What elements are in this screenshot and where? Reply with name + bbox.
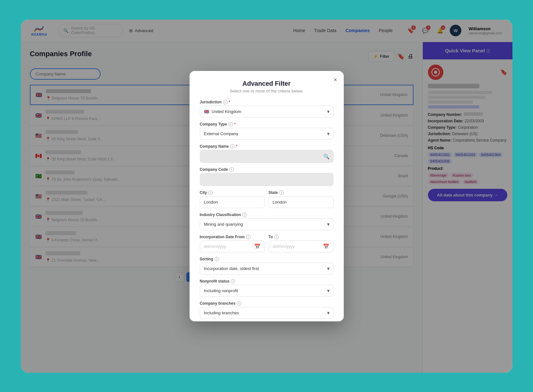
company-type-select-wrapper: External Company (200, 128, 333, 140)
calendar-icon: 📅 (254, 243, 261, 249)
city-info-icon[interactable]: i (208, 190, 213, 195)
industry-info-icon[interactable]: i (242, 213, 247, 217)
industry-select-wrapper: Mining and quarrying (200, 218, 333, 230)
state-group: State i (269, 190, 333, 208)
inc-from-group: Incorporation Date From i dd/mm/yyyy 📅 (200, 235, 265, 252)
branches-select-wrapper: Including branches (200, 307, 333, 319)
company-name-search-icon: 🔍 (323, 153, 330, 159)
city-label: City i (200, 190, 265, 195)
city-input[interactable] (200, 196, 265, 208)
nonprofit-label: Nonprofit status i (200, 279, 333, 283)
company-name-info-icon[interactable]: i (230, 144, 235, 149)
calendar-to-icon: 📅 (323, 243, 329, 249)
inc-from-info-icon[interactable]: i (246, 235, 251, 239)
branches-select[interactable]: Including branches (200, 307, 333, 319)
nonprofit-select-wrapper: Including nonprofit (200, 285, 333, 297)
jurisdiction-select[interactable]: 🇬🇧 United Kingdom (200, 106, 333, 118)
inc-date-row: Incorporation Date From i dd/mm/yyyy 📅 T… (200, 235, 333, 257)
company-type-group: Company Type i * External Company (200, 122, 333, 140)
sorting-select[interactable]: Incorporation date, oldest first (200, 263, 333, 274)
modal-subtitle: Select one or more of the criteria below… (200, 89, 333, 93)
jurisdiction-select-wrapper: 🇬🇧 United Kingdom (200, 106, 333, 118)
company-name-label: Company Name i * (200, 144, 333, 149)
state-info-icon[interactable]: i (279, 190, 284, 195)
inc-to-group: To i dd/mm/yyyy 📅 (269, 235, 333, 252)
branches-info-icon[interactable]: i (237, 301, 241, 306)
company-type-info-icon[interactable]: i (228, 122, 233, 126)
inc-to-input-wrapper[interactable]: dd/mm/yyyy 📅 (269, 240, 333, 252)
sorting-info-icon[interactable]: i (215, 257, 219, 261)
company-code-input[interactable] (200, 173, 333, 186)
state-input[interactable] (269, 196, 333, 208)
company-type-select[interactable]: External Company (200, 128, 333, 140)
inc-from-input-wrapper[interactable]: dd/mm/yyyy 📅 (200, 240, 265, 252)
branches-group: Company branches i Including branches (200, 301, 333, 319)
sorting-select-wrapper: Incorporation date, oldest first (200, 263, 333, 274)
company-type-label: Company Type i * (200, 122, 333, 126)
company-type-required: * (234, 122, 236, 126)
industry-select[interactable]: Mining and quarrying (200, 218, 333, 230)
company-name-input-wrapper: 🔍 (200, 150, 333, 163)
city-group: City i (200, 190, 265, 208)
industry-group: Industry Classification i Mining and qua… (200, 213, 333, 230)
sorting-group: Sorting i Incorporation date, oldest fir… (200, 257, 333, 274)
uk-flag-icon: 🇬🇧 (204, 109, 209, 114)
company-name-group: Company Name i * 🔍 (200, 144, 333, 163)
inc-from-label: Incorporation Date From i (200, 235, 265, 239)
modal-title: Advanced Filter (200, 80, 333, 87)
nonprofit-group: Nonprofit status i Including nonprofit (200, 279, 333, 297)
inc-to-info-icon[interactable]: i (274, 235, 279, 239)
jurisdiction-label: Jurisdiction i * (200, 100, 333, 104)
modal-overlay: × Advanced Filter Select one or more of … (21, 20, 512, 373)
company-code-group: Company Code i (200, 167, 333, 186)
inc-to-label: To i (269, 235, 333, 239)
state-label: State i (269, 190, 333, 195)
company-code-label: Company Code i (200, 167, 333, 172)
branches-label: Company branches i (200, 301, 333, 306)
company-code-info-icon[interactable]: i (229, 167, 234, 172)
sorting-label: Sorting i (200, 257, 333, 261)
jurisdiction-info-icon[interactable]: i (223, 100, 227, 104)
city-state-row: City i State i (200, 190, 333, 213)
company-name-required: * (236, 144, 237, 149)
nonprofit-info-icon[interactable]: i (231, 279, 235, 283)
jurisdiction-required: * (229, 100, 230, 104)
modal-close-button[interactable]: × (333, 76, 337, 83)
nonprofit-select[interactable]: Including nonprofit (200, 285, 333, 297)
industry-label: Industry Classification i (200, 213, 333, 217)
advanced-filter-modal: × Advanced Filter Select one or more of … (190, 71, 344, 321)
jurisdiction-group: Jurisdiction i * 🇬🇧 United Kingdom (200, 100, 333, 118)
